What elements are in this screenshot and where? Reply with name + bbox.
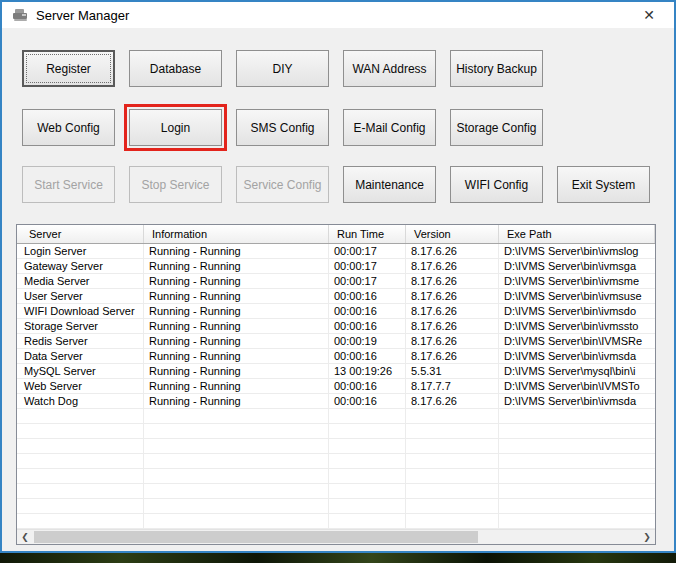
column-header-run-time[interactable]: Run Time bbox=[329, 225, 406, 243]
column-header-exe-path[interactable]: Exe Path bbox=[499, 225, 655, 243]
cell-version: 8.17.6.26 bbox=[406, 334, 499, 349]
cell-server: Web Server bbox=[17, 379, 144, 394]
login-button[interactable]: Login bbox=[129, 109, 222, 146]
close-button[interactable]: ✕ bbox=[634, 2, 664, 28]
scrollbar-thumb[interactable] bbox=[34, 531, 478, 543]
scroll-left-arrow-icon[interactable]: ❮ bbox=[17, 530, 33, 544]
table-row[interactable]: Storage Server Running - Running 00:00:1… bbox=[17, 319, 655, 334]
cell-run-time: 00:00:17 bbox=[329, 274, 406, 289]
table-row[interactable]: User Server Running - Running 00:00:16 8… bbox=[17, 289, 655, 304]
cell-version: 8.17.6.26 bbox=[406, 349, 499, 364]
cell-information: Running - Running bbox=[144, 244, 329, 259]
cell-server: WIFI Download Server bbox=[17, 304, 144, 319]
cell-information: Running - Running bbox=[144, 364, 329, 379]
history-backup-button[interactable]: History Backup bbox=[450, 50, 543, 87]
cell-version: 5.5.31 bbox=[406, 364, 499, 379]
database-button[interactable]: Database bbox=[129, 50, 222, 87]
scroll-right-arrow-icon[interactable]: ❯ bbox=[639, 530, 655, 544]
stop-service-button: Stop Service bbox=[129, 166, 222, 203]
cell-exe-path: D:\IVMS Server\bin\ivmslog bbox=[499, 244, 655, 259]
table-header: Server Information Run Time Version Exe … bbox=[17, 225, 655, 244]
cell-information: Running - Running bbox=[144, 274, 329, 289]
table-row[interactable]: WIFI Download Server Running - Running 0… bbox=[17, 304, 655, 319]
cell-run-time: 00:00:19 bbox=[329, 334, 406, 349]
cell-information: Running - Running bbox=[144, 394, 329, 409]
table-row[interactable]: Login Server Running - Running 00:00:17 … bbox=[17, 244, 655, 259]
diy-button[interactable]: DIY bbox=[236, 50, 329, 87]
exit-system-button[interactable]: Exit System bbox=[557, 166, 650, 203]
web-config-button[interactable]: Web Config bbox=[22, 109, 115, 146]
app-icon bbox=[12, 8, 29, 22]
wan-address-button[interactable]: WAN Address bbox=[343, 50, 436, 87]
cell-server: Redis Server bbox=[17, 334, 144, 349]
cell-exe-path: D:\IVMS Server\bin\ivmsda bbox=[499, 394, 655, 409]
start-service-button: Start Service bbox=[22, 166, 115, 203]
cell-run-time: 00:00:16 bbox=[329, 304, 406, 319]
cell-information: Running - Running bbox=[144, 349, 329, 364]
cell-server: MySQL Server bbox=[17, 364, 144, 379]
close-icon: ✕ bbox=[643, 7, 655, 23]
cell-version: 8.17.7.7 bbox=[406, 379, 499, 394]
table-row[interactable]: Redis Server Running - Running 00:00:19 … bbox=[17, 334, 655, 349]
cell-version: 8.17.6.26 bbox=[406, 259, 499, 274]
table-row[interactable]: Gateway Server Running - Running 00:00:1… bbox=[17, 259, 655, 274]
table-body: Login Server Running - Running 00:00:17 … bbox=[17, 244, 655, 530]
table-row[interactable]: MySQL Server Running - Running 13 00:19:… bbox=[17, 364, 655, 379]
cell-version: 8.17.6.26 bbox=[406, 244, 499, 259]
cell-exe-path: D:\IVMS Server\bin\ivmsuse bbox=[499, 289, 655, 304]
cell-information: Running - Running bbox=[144, 379, 329, 394]
cell-run-time: 00:00:16 bbox=[329, 379, 406, 394]
cell-run-time: 00:00:16 bbox=[329, 394, 406, 409]
cell-exe-path: D:\IVMS Server\bin\IVMSTo bbox=[499, 379, 655, 394]
cell-exe-path: D:\IVMS Server\bin\ivmsda bbox=[499, 349, 655, 364]
cell-server: Watch Dog bbox=[17, 394, 144, 409]
window-title: Server Manager bbox=[36, 8, 129, 23]
cell-version: 8.17.6.26 bbox=[406, 319, 499, 334]
cell-run-time: 00:00:16 bbox=[329, 349, 406, 364]
cell-version: 8.17.6.26 bbox=[406, 304, 499, 319]
cell-exe-path: D:\IVMS Server\mysql\bin\i bbox=[499, 364, 655, 379]
register-button[interactable]: Register bbox=[22, 50, 115, 87]
table-row[interactable]: Watch Dog Running - Running 00:00:16 8.1… bbox=[17, 394, 655, 409]
column-header-server[interactable]: Server bbox=[17, 225, 144, 243]
storage-config-button[interactable]: Storage Config bbox=[450, 109, 543, 146]
maintenance-button[interactable]: Maintenance bbox=[343, 166, 436, 203]
desktop-wallpaper-strip bbox=[0, 553, 676, 563]
cell-run-time: 13 00:19:26 bbox=[329, 364, 406, 379]
cell-server: Data Server bbox=[17, 349, 144, 364]
cell-server: Login Server bbox=[17, 244, 144, 259]
cell-exe-path: D:\IVMS Server\bin\ivmsme bbox=[499, 274, 655, 289]
cell-server: Gateway Server bbox=[17, 259, 144, 274]
cell-version: 8.17.6.26 bbox=[406, 394, 499, 409]
cell-run-time: 00:00:17 bbox=[329, 259, 406, 274]
server-manager-window: Server Manager ✕ Register Database DIY W… bbox=[0, 0, 676, 553]
sms-config-button[interactable]: SMS Config bbox=[236, 109, 329, 146]
cell-server: User Server bbox=[17, 289, 144, 304]
table-row[interactable]: Media Server Running - Running 00:00:17 … bbox=[17, 274, 655, 289]
cell-version: 8.17.6.26 bbox=[406, 274, 499, 289]
wifi-config-button[interactable]: WIFI Config bbox=[450, 166, 543, 203]
cell-run-time: 00:00:17 bbox=[329, 244, 406, 259]
cell-information: Running - Running bbox=[144, 304, 329, 319]
table-row[interactable]: Data Server Running - Running 00:00:16 8… bbox=[17, 349, 655, 364]
table-row[interactable]: Web Server Running - Running 00:00:16 8.… bbox=[17, 379, 655, 394]
cell-information: Running - Running bbox=[144, 334, 329, 349]
email-config-button[interactable]: E-Mail Config bbox=[343, 109, 436, 146]
cell-exe-path: D:\IVMS Server\bin\IVMSRe bbox=[499, 334, 655, 349]
cell-exe-path: D:\IVMS Server\bin\ivmsga bbox=[499, 259, 655, 274]
cell-information: Running - Running bbox=[144, 259, 329, 274]
cell-exe-path: D:\IVMS Server\bin\ivmssto bbox=[499, 319, 655, 334]
server-table: Server Information Run Time Version Exe … bbox=[16, 224, 656, 545]
column-header-information[interactable]: Information bbox=[144, 225, 329, 243]
title-bar: Server Manager ✕ bbox=[2, 2, 674, 28]
column-header-version[interactable]: Version bbox=[406, 225, 499, 243]
horizontal-scrollbar[interactable]: ❮ ❯ bbox=[17, 529, 655, 544]
cell-version: 8.17.6.26 bbox=[406, 289, 499, 304]
service-config-button: Service Config bbox=[236, 166, 329, 203]
cell-server: Storage Server bbox=[17, 319, 144, 334]
cell-server: Media Server bbox=[17, 274, 144, 289]
cell-exe-path: D:\IVMS Server\bin\ivmsdo bbox=[499, 304, 655, 319]
cell-run-time: 00:00:16 bbox=[329, 319, 406, 334]
cell-run-time: 00:00:16 bbox=[329, 289, 406, 304]
cell-information: Running - Running bbox=[144, 289, 329, 304]
